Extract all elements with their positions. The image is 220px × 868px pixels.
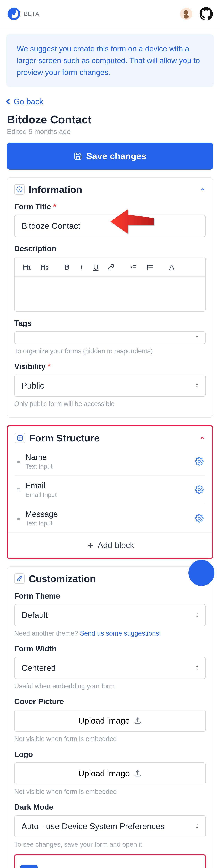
block-type: Text Input <box>25 463 190 470</box>
app-logo <box>7 7 21 21</box>
font-color-btn[interactable]: A <box>166 261 177 273</box>
cover-upload-button[interactable]: Upload image <box>14 710 206 732</box>
bold-btn[interactable]: B <box>61 261 73 273</box>
block-row[interactable]: ≡ Message Text Input <box>15 504 205 532</box>
svg-rect-19 <box>18 436 22 440</box>
description-editor[interactable]: H₁ H₂ B I U 123 <box>14 257 206 312</box>
section-toggle[interactable]: Customization <box>14 573 206 584</box>
save-button-label: Save changes <box>86 151 147 161</box>
form-title-input[interactable] <box>14 215 206 237</box>
color-swatch[interactable] <box>20 865 38 868</box>
chevron-up-icon <box>199 435 205 441</box>
dark-mode-label: Dark Mode <box>14 803 206 811</box>
description-label: Description <box>14 244 206 253</box>
svg-point-24 <box>198 517 200 519</box>
dark-mode-select[interactable]: Auto - use Device System Preferences <box>14 815 206 837</box>
dark-mode-hint: To see changes, save your form and open … <box>14 841 206 848</box>
upload-icon <box>134 717 142 724</box>
ul-btn[interactable] <box>144 261 157 273</box>
visibility-select[interactable]: Public <box>14 375 206 397</box>
plus-icon: ＋ <box>86 539 95 551</box>
form-theme-select[interactable]: Default <box>14 604 206 626</box>
form-width-label: Form Width <box>14 644 206 653</box>
customization-section: Customization Form Theme Default Need an… <box>7 566 213 868</box>
cover-picture-hint: Not visible when form is embedded <box>14 735 206 743</box>
info-icon <box>16 186 23 192</box>
add-block-button[interactable]: ＋ Add block <box>8 532 212 558</box>
information-section: Information Form Title Description H₁ H₂… <box>7 177 213 418</box>
cover-picture-label: Cover Picture <box>14 697 206 706</box>
svg-point-2 <box>184 10 188 14</box>
brush-icon <box>16 576 23 582</box>
block-settings-icon[interactable] <box>195 457 203 466</box>
chevron-up-icon <box>200 186 206 192</box>
user-avatar[interactable] <box>180 8 192 20</box>
logo-hint: Not visible when form is embedded <box>14 788 206 796</box>
section-title: Information <box>29 184 196 195</box>
svg-point-22 <box>198 460 200 462</box>
form-width-hint: Useful when embedding your form <box>14 682 206 690</box>
go-back-link[interactable]: Go back <box>7 97 43 106</box>
svg-point-23 <box>198 489 200 491</box>
drag-handle-icon[interactable]: ≡ <box>17 488 21 492</box>
save-button[interactable]: Save changes <box>7 143 213 169</box>
save-icon <box>74 152 82 160</box>
section-toggle[interactable]: Information <box>14 184 206 195</box>
block-settings-icon[interactable] <box>195 485 203 494</box>
mobile-notice: We suggest you create this form on a dev… <box>6 34 214 87</box>
drag-handle-icon[interactable]: ≡ <box>17 516 21 520</box>
block-name: Name <box>25 453 190 462</box>
svg-point-16 <box>148 265 148 266</box>
structure-icon <box>17 435 23 441</box>
upload-icon <box>134 769 142 777</box>
block-type: Text Input <box>25 520 190 527</box>
edited-timestamp: Edited 5 months ago <box>7 128 213 135</box>
ol-btn[interactable]: 123 <box>127 261 140 273</box>
svg-text:3: 3 <box>131 267 132 270</box>
tags-label: Tags <box>14 319 206 328</box>
form-theme-hint: Need another theme? Send us some suggest… <box>14 630 206 637</box>
svg-rect-3 <box>184 15 189 19</box>
block-name: Message <box>25 509 190 519</box>
block-row[interactable]: ≡ Name Text Input <box>15 447 205 476</box>
logo-upload-button[interactable]: Upload image <box>14 763 206 784</box>
github-icon[interactable] <box>199 7 213 21</box>
underline-btn[interactable]: U <box>90 261 101 273</box>
block-row[interactable]: ≡ Email Email Input <box>15 476 205 504</box>
logo-label: Logo <box>14 750 206 758</box>
section-title: Customization <box>29 573 196 584</box>
link-btn[interactable] <box>105 261 118 273</box>
beta-tag: BETA <box>24 11 39 17</box>
theme-suggestion-link[interactable]: Send us some suggestions! <box>80 630 161 637</box>
color-label: Color (for buttons & inputs border) <box>43 866 163 868</box>
form-theme-label: Form Theme <box>14 592 206 600</box>
block-settings-icon[interactable] <box>195 514 203 523</box>
svg-point-0 <box>12 12 15 15</box>
form-structure-section: Form Structure ≡ Name Text Input ≡ Email… <box>7 425 213 559</box>
svg-point-18 <box>148 268 148 269</box>
tags-select[interactable] <box>14 332 206 344</box>
section-title: Form Structure <box>29 432 195 444</box>
form-title-label: Form Title <box>14 203 206 211</box>
h1-btn[interactable]: H₁ <box>20 261 34 273</box>
block-name: Email <box>25 481 190 490</box>
form-width-select[interactable]: Centered <box>14 657 206 679</box>
h2-btn[interactable]: H₂ <box>37 261 52 273</box>
page-title: Bitdoze Contact <box>7 113 213 126</box>
tags-hint: To organize your forms (hidden to respon… <box>14 347 206 355</box>
visibility-label: Visibility <box>14 362 206 371</box>
add-block-label: Add block <box>98 540 134 550</box>
blocks-list: ≡ Name Text Input ≡ Email Email Input ≡ … <box>15 447 205 532</box>
color-row[interactable]: Color (for buttons & inputs border) <box>20 861 200 868</box>
annotation-dot-1 <box>188 560 215 586</box>
italic-btn[interactable]: I <box>76 261 87 273</box>
app-header: BETA <box>0 0 220 28</box>
svg-point-17 <box>148 267 148 268</box>
drag-handle-icon[interactable]: ≡ <box>17 459 21 463</box>
visibility-hint: Only public form will be accessible <box>14 400 206 408</box>
block-type: Email Input <box>25 491 190 499</box>
section-toggle[interactable]: Form Structure <box>15 432 205 444</box>
